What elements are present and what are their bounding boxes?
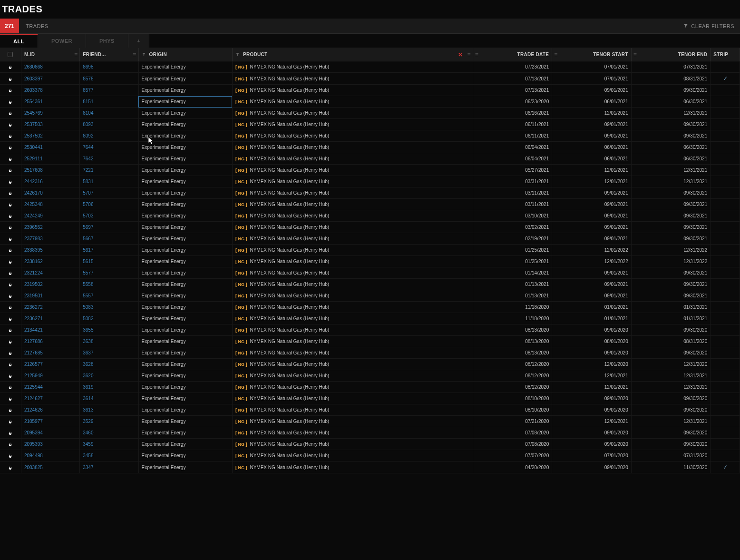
cell-trade-date[interactable]: 01/25/2021 xyxy=(473,256,552,267)
cell-mid[interactable]: 2603397 xyxy=(21,73,79,85)
cell-friend[interactable]: 7644 xyxy=(80,142,138,153)
cell-trade-date[interactable]: 03/02/2021 xyxy=(473,222,552,233)
table-row[interactable]: 23212245577Experimental EnergyNGNYMEX NG… xyxy=(0,267,740,279)
cell-tenor-start[interactable]: 09/01/2020 xyxy=(552,462,632,473)
cell-product[interactable]: NGNYMEX NG Natural Gas (Henry Hub) xyxy=(232,450,473,462)
cell-product[interactable]: NGNYMEX NG Natural Gas (Henry Hub) xyxy=(232,153,473,165)
cell-mid[interactable]: 2125944 xyxy=(21,382,79,393)
cell-friend[interactable]: 5831 xyxy=(80,176,138,187)
table-row[interactable]: 24242495703Experimental EnergyNGNYMEX NG… xyxy=(0,210,740,222)
cell-origin[interactable]: Experimental Energy xyxy=(138,359,232,370)
cell-tenor-end[interactable]: 09/30/2021 xyxy=(631,222,711,233)
cell-origin[interactable]: Experimental Energy xyxy=(138,176,232,187)
cell-product[interactable]: NGNYMEX NG Natural Gas (Henry Hub) xyxy=(232,165,473,176)
cell-product[interactable]: NGNYMEX NG Natural Gas (Henry Hub) xyxy=(232,176,473,187)
cell-tenor-end[interactable]: 01/31/2021 xyxy=(631,313,711,324)
cell-origin[interactable]: Experimental Energy xyxy=(138,393,232,404)
cell-strip[interactable] xyxy=(711,267,740,279)
cell-trade-date[interactable]: 06/11/2021 xyxy=(473,130,552,142)
cell-friend[interactable]: 5558 xyxy=(80,279,138,290)
cell-trade-date[interactable]: 06/23/2020 xyxy=(473,96,552,108)
table-row[interactable]: 23383955617Experimental EnergyNGNYMEX NG… xyxy=(0,245,740,256)
table-row[interactable]: 21059773529Experimental EnergyNGNYMEX NG… xyxy=(0,416,740,427)
cell-tenor-end[interactable]: 12/31/2021 xyxy=(631,370,711,382)
cell-mid[interactable]: 2094498 xyxy=(21,450,79,462)
cell-mid[interactable]: 2442316 xyxy=(21,176,79,187)
cell-product[interactable]: NGNYMEX NG Natural Gas (Henry Hub) xyxy=(232,370,473,382)
col-friend[interactable]: FRIEND... ≡ xyxy=(80,48,138,61)
cell-origin[interactable]: Experimental Energy xyxy=(138,165,232,176)
cell-friend[interactable]: 3637 xyxy=(80,347,138,359)
cell-trade-date[interactable]: 07/23/2021 xyxy=(473,61,552,73)
cell-tenor-end[interactable]: 09/30/2021 xyxy=(631,210,711,222)
cell-origin[interactable]: Experimental Energy xyxy=(138,439,232,450)
cell-mid[interactable]: 2530441 xyxy=(21,142,79,153)
column-menu-icon[interactable]: ≡ xyxy=(467,51,470,58)
cell-mid[interactable]: 2377983 xyxy=(21,233,79,245)
cell-origin[interactable]: Experimental Energy xyxy=(138,256,232,267)
cell-trade-date[interactable]: 11/18/2020 xyxy=(473,313,552,324)
cell-mid[interactable]: 2537503 xyxy=(21,119,79,130)
cell-trade-date[interactable]: 08/12/2020 xyxy=(473,370,552,382)
cell-friend[interactable]: 5667 xyxy=(80,233,138,245)
table-row[interactable]: 24261705707Experimental EnergyNGNYMEX NG… xyxy=(0,187,740,199)
table-row[interactable]: 25375028092Experimental EnergyNGNYMEX NG… xyxy=(0,130,740,142)
cell-origin[interactable]: Experimental Energy xyxy=(138,210,232,222)
cell-trade-date[interactable]: 01/13/2021 xyxy=(473,290,552,302)
cell-strip[interactable] xyxy=(711,336,740,347)
table-row[interactable]: 23195015557Experimental EnergyNGNYMEX NG… xyxy=(0,290,740,302)
col-product[interactable]: PRODUCT ✕ ≡ xyxy=(232,48,473,61)
cell-friend[interactable]: 8093 xyxy=(80,119,138,130)
cell-tenor-start[interactable]: 09/01/2021 xyxy=(552,279,632,290)
col-trade-date[interactable]: ≡ TRADE DATE xyxy=(473,48,552,61)
cell-origin[interactable]: Experimental Energy xyxy=(138,130,232,142)
cell-origin[interactable]: Experimental Energy xyxy=(138,222,232,233)
cell-tenor-start[interactable]: 12/01/2022 xyxy=(552,256,632,267)
cell-trade-date[interactable]: 08/13/2020 xyxy=(473,324,552,336)
cell-origin[interactable]: Experimental Energy xyxy=(138,324,232,336)
cell-friend[interactable]: 8698 xyxy=(80,61,138,73)
cell-origin[interactable]: Experimental Energy xyxy=(138,336,232,347)
cell-strip[interactable] xyxy=(711,61,740,73)
cell-trade-date[interactable]: 05/27/2021 xyxy=(473,165,552,176)
cell-origin[interactable]: Experimental Energy xyxy=(138,73,232,85)
table-row[interactable]: 20953943460Experimental EnergyNGNYMEX NG… xyxy=(0,427,740,439)
cell-product[interactable]: NGNYMEX NG Natural Gas (Henry Hub) xyxy=(232,256,473,267)
cell-tenor-end[interactable]: 09/30/2021 xyxy=(631,130,711,142)
cell-tenor-end[interactable]: 09/30/2021 xyxy=(631,199,711,210)
table-row[interactable]: 21259443619Experimental EnergyNGNYMEX NG… xyxy=(0,382,740,393)
table-row[interactable]: 23381625615Experimental EnergyNGNYMEX NG… xyxy=(0,256,740,267)
cell-strip[interactable] xyxy=(711,404,740,416)
cell-trade-date[interactable]: 08/13/2020 xyxy=(473,336,552,347)
cell-mid[interactable]: 2338395 xyxy=(21,245,79,256)
table-row[interactable]: 20953933459Experimental EnergyNGNYMEX NG… xyxy=(0,439,740,450)
cell-mid[interactable]: 2003825 xyxy=(21,462,79,473)
cell-tenor-end[interactable]: 06/30/2021 xyxy=(631,142,711,153)
cell-trade-date[interactable]: 01/25/2021 xyxy=(473,245,552,256)
col-select[interactable] xyxy=(0,48,21,61)
table-row[interactable]: 24253485706Experimental EnergyNGNYMEX NG… xyxy=(0,199,740,210)
cell-mid[interactable]: 2545769 xyxy=(21,108,79,119)
cell-tenor-start[interactable]: 12/01/2022 xyxy=(552,245,632,256)
cell-mid[interactable]: 2517608 xyxy=(21,165,79,176)
cell-mid[interactable]: 2425348 xyxy=(21,199,79,210)
cell-tenor-end[interactable]: 12/31/2021 xyxy=(631,382,711,393)
cell-product[interactable]: NGNYMEX NG Natural Gas (Henry Hub) xyxy=(232,130,473,142)
cell-tenor-end[interactable]: 01/31/2021 xyxy=(631,302,711,313)
cell-trade-date[interactable]: 06/11/2021 xyxy=(473,119,552,130)
cell-tenor-start[interactable]: 09/01/2021 xyxy=(552,187,632,199)
cell-mid[interactable]: 2127685 xyxy=(21,347,79,359)
cell-mid[interactable]: 2426170 xyxy=(21,187,79,199)
cell-tenor-end[interactable]: 12/31/2020 xyxy=(631,359,711,370)
cell-tenor-start[interactable]: 09/01/2021 xyxy=(552,222,632,233)
table-row[interactable]: 25176087221Experimental EnergyNGNYMEX NG… xyxy=(0,165,740,176)
cell-tenor-end[interactable]: 09/30/2021 xyxy=(631,119,711,130)
cell-product[interactable]: NGNYMEX NG Natural Gas (Henry Hub) xyxy=(232,439,473,450)
select-all-checkbox[interactable] xyxy=(8,52,13,57)
col-tenor-end[interactable]: ≡ TENOR END xyxy=(631,48,711,61)
cell-tenor-end[interactable]: 09/30/2021 xyxy=(631,279,711,290)
cell-trade-date[interactable]: 08/10/2020 xyxy=(473,404,552,416)
filter-icon[interactable] xyxy=(142,52,146,57)
cell-mid[interactable]: 2124626 xyxy=(21,404,79,416)
filter-icon[interactable] xyxy=(235,52,240,57)
